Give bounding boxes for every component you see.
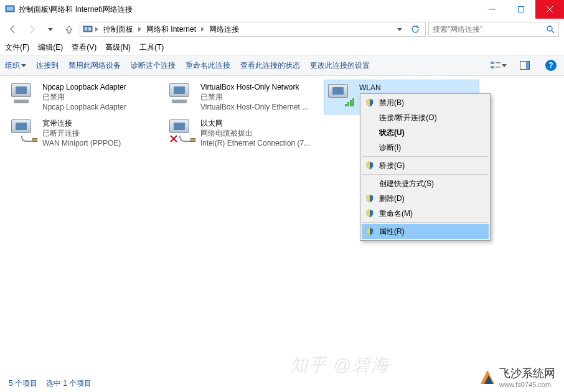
svg-point-9 [547, 26, 552, 31]
breadcrumb-item[interactable]: 控制面板 [101, 24, 136, 35]
address-bar-row: 控制面板 网络和 Internet 网络连接 [0, 19, 564, 40]
context-menu-label: 删除(D) [379, 194, 405, 204]
address-dropdown-button[interactable] [394, 22, 405, 36]
refresh-button[interactable] [408, 22, 423, 37]
close-button[interactable] [535, 0, 564, 19]
context-menu-item[interactable]: 重命名(M) [362, 206, 489, 221]
context-menu-label: 重命名(M) [379, 208, 413, 219]
adapter-name: 以太网 [200, 118, 310, 128]
cmd-change-settings[interactable]: 更改此连接的设置 [310, 60, 370, 71]
adapter-labels: 以太网网络电缆被拔出Intel(R) Ethernet Connection (… [200, 118, 310, 148]
cmd-connect-to[interactable]: 连接到 [36, 60, 59, 71]
preview-pane-button[interactable] [517, 57, 533, 73]
svg-rect-11 [491, 62, 494, 64]
adapter-desc: Intel(R) Ethernet Connection (7... [200, 138, 310, 148]
cmd-organize[interactable]: 组织 [5, 60, 26, 71]
view-options-button[interactable] [491, 57, 507, 73]
svg-line-10 [552, 30, 554, 33]
context-menu-label: 状态(U) [379, 128, 405, 138]
cmd-view-status[interactable]: 查看此连接的状态 [240, 60, 300, 71]
adapter-status: 已禁用 [200, 92, 308, 102]
cmd-diagnose[interactable]: 诊断这个连接 [131, 60, 176, 71]
maximize-button[interactable] [507, 0, 535, 19]
adapter-item[interactable]: 以太网网络电缆被拔出Intel(R) Ethernet Connection (… [166, 116, 321, 151]
shield-icon [365, 194, 374, 203]
svg-rect-1 [7, 7, 13, 11]
adapter-desc: Npcap Loopback Adapter [42, 102, 126, 112]
help-button[interactable]: ? [543, 57, 559, 73]
context-menu-item[interactable]: 创建快捷方式(S) [362, 176, 489, 191]
chevron-right-icon [138, 27, 141, 32]
adapter-desc: VirtualBox Host-Only Ethernet ... [200, 102, 308, 112]
svg-rect-12 [491, 66, 494, 68]
breadcrumb-item[interactable]: 网络连接 [207, 24, 242, 35]
status-item-count: 5 个项目 [9, 378, 37, 389]
network-adapter-icon [10, 118, 37, 143]
network-adapter-icon [10, 82, 37, 107]
context-menu-item[interactable]: 禁用(B) [362, 95, 489, 110]
adapter-item[interactable]: 宽带连接已断开连接WAN Miniport (PPPOE) [7, 116, 163, 151]
context-menu-item[interactable]: 诊断(I) [362, 140, 489, 155]
chevron-right-icon [201, 27, 204, 32]
adapter-name: WLAN [359, 83, 416, 93]
search-input[interactable] [433, 25, 546, 34]
window-title: 控制面板\网络和 Internet\网络连接 [19, 4, 478, 15]
adapter-item[interactable]: VirtualBox Host-Only Network已禁用VirtualBo… [166, 80, 321, 114]
svg-rect-8 [88, 27, 91, 30]
title-bar: 控制面板\网络和 Internet\网络连接 [0, 0, 564, 19]
context-menu-item[interactable]: 状态(U) [362, 125, 489, 140]
nav-back-button[interactable] [5, 21, 21, 37]
nav-up-button[interactable] [61, 21, 77, 37]
nav-recent-button[interactable] [42, 21, 59, 37]
address-box[interactable]: 控制面板 网络和 Internet 网络连接 [80, 22, 426, 37]
menu-edit[interactable]: 编辑(E) [38, 42, 63, 53]
shield-icon [365, 227, 374, 236]
svg-rect-16 [526, 62, 529, 69]
adapter-labels: Npcap Loopback Adapter已禁用Npcap Loopback … [42, 82, 126, 112]
context-menu-item[interactable]: 属性(R) [362, 224, 489, 239]
minimize-button[interactable] [478, 0, 507, 19]
shield-icon [365, 209, 374, 218]
menu-view[interactable]: 查看(V) [72, 42, 96, 53]
search-icon[interactable] [546, 25, 555, 34]
context-menu-item[interactable]: 连接/断开连接(O) [362, 110, 489, 125]
status-selection-count: 选中 1 个项目 [46, 378, 92, 389]
context-menu-label: 禁用(B) [379, 98, 404, 108]
svg-rect-13 [496, 62, 501, 63]
window-controls [478, 0, 564, 19]
context-menu-label: 创建快捷方式(S) [379, 179, 434, 189]
menu-advanced[interactable]: 高级(N) [105, 42, 131, 53]
svg-rect-14 [496, 67, 501, 68]
network-adapter-icon [327, 83, 354, 108]
adapter-name: 宽带连接 [42, 118, 121, 128]
adapter-status: 网络电缆被拔出 [200, 128, 310, 138]
nav-forward-button[interactable] [24, 21, 40, 37]
context-menu-item[interactable]: 删除(D) [362, 191, 489, 206]
context-menu: 禁用(B)连接/断开连接(O)状态(U)诊断(I)桥接(G)创建快捷方式(S)删… [360, 93, 491, 241]
svg-rect-7 [85, 27, 87, 30]
shield-icon [365, 161, 374, 170]
cmd-rename[interactable]: 重命名此连接 [186, 60, 230, 71]
adapter-labels: VirtualBox Host-Only Network已禁用VirtualBo… [200, 82, 308, 112]
chevron-right-icon [95, 27, 98, 32]
shield-icon [365, 98, 374, 107]
menu-bar: 文件(F) 编辑(E) 查看(V) 高级(N) 工具(T) [0, 40, 564, 55]
menu-tools[interactable]: 工具(T) [139, 42, 164, 53]
status-bar: 5 个项目 选中 1 个项目 [0, 375, 564, 392]
search-box[interactable] [428, 22, 559, 37]
cmd-disable-device[interactable]: 禁用此网络设备 [68, 60, 121, 71]
location-icon [83, 24, 93, 34]
context-menu-label: 诊断(I) [379, 142, 401, 153]
context-menu-label: 桥接(G) [379, 161, 405, 171]
adapter-item[interactable]: Npcap Loopback Adapter已禁用Npcap Loopback … [7, 80, 163, 114]
command-bar: 组织 连接到 禁用此网络设备 诊断这个连接 重命名此连接 查看此连接的状态 更改… [0, 55, 564, 76]
context-menu-item[interactable]: 桥接(G) [362, 158, 489, 173]
app-icon [5, 4, 15, 14]
breadcrumb-item[interactable]: 网络和 Internet [144, 24, 199, 35]
network-adapter-icon [168, 82, 195, 107]
menu-file[interactable]: 文件(F) [5, 42, 29, 53]
svg-rect-3 [519, 7, 524, 12]
context-menu-label: 属性(R) [379, 226, 405, 237]
adapter-labels: 宽带连接已断开连接WAN Miniport (PPPOE) [42, 118, 121, 148]
adapter-name: Npcap Loopback Adapter [42, 82, 126, 92]
